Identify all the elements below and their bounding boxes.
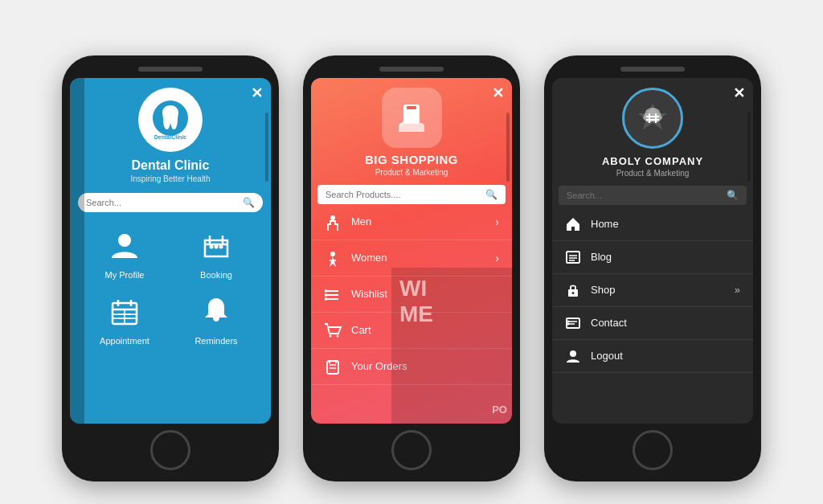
svg-point-28 (337, 334, 339, 337)
shopping-search-input[interactable] (326, 190, 485, 199)
menu-item-logout[interactable]: Logout (552, 340, 753, 373)
menu-item-blog[interactable]: Blog (552, 241, 753, 274)
phone-home-button-3[interactable] (633, 430, 673, 470)
scrollbar[interactable] (265, 113, 268, 182)
home-icon (565, 216, 581, 232)
scrollbar-3[interactable] (747, 113, 751, 182)
svg-point-19 (330, 215, 335, 220)
phone-home-button-2[interactable] (391, 430, 432, 470)
search-icon-3: 🔍 (727, 190, 739, 201)
phone3-screen: ✕ ABOLY COMPANY Product & Marketing 🔍 (552, 78, 753, 424)
shopping-bag-hand-icon (392, 98, 431, 137)
home-label: Home (591, 218, 619, 230)
phone-dental: ✕ DentalClinic Dental Clinic Inspiring B… (62, 55, 279, 481)
reminders-label: Reminders (194, 336, 237, 346)
dental-app-subtitle: Inspiring Better Health (131, 174, 211, 183)
svg-rect-30 (567, 252, 579, 263)
svg-point-35 (572, 292, 575, 294)
aboly-app-store-icon (635, 100, 670, 136)
search-icon-2: 🔍 (485, 189, 497, 200)
men-label: Men (351, 215, 371, 227)
svg-rect-26 (325, 297, 327, 300)
svg-point-40 (567, 322, 570, 325)
cart-icon (324, 322, 342, 339)
svg-point-39 (567, 320, 570, 322)
background-image-overlay: WIME PO (391, 268, 512, 424)
logout-person-icon (565, 348, 581, 364)
close-button-2[interactable]: ✕ (492, 84, 504, 102)
shop-lock-icon (565, 282, 581, 298)
svg-point-20 (330, 252, 335, 256)
shop-label: Shop (591, 284, 615, 296)
dental-tooth-icon (151, 99, 190, 137)
phone-home-button[interactable] (150, 430, 190, 470)
dental-menu-grid: My Profile (78, 225, 263, 346)
phone-top-bar-2 (379, 67, 444, 72)
menu-item-booking[interactable]: Booking (176, 225, 256, 280)
appointment-label: Appointment (100, 336, 149, 346)
menu-item-shop[interactable]: Shop » (552, 274, 753, 307)
men-icon (324, 213, 342, 231)
menu-item-men[interactable]: Men › (311, 204, 512, 240)
aboly-menu-list: Home Blog (552, 208, 753, 424)
bg-text-wi: WIME (399, 276, 433, 327)
phone-top-bar-3 (620, 67, 685, 72)
screenshot-container: ✕ DentalClinic Dental Clinic Inspiring B… (16, 16, 807, 504)
wishlist-icon (324, 285, 342, 303)
search-icon: 🔍 (243, 197, 255, 208)
menu-item-home[interactable]: Home (552, 208, 753, 241)
aboly-search-input[interactable] (567, 191, 727, 200)
blog-icon (565, 249, 581, 265)
svg-point-27 (330, 334, 332, 337)
shopping-logo (382, 88, 442, 148)
women-icon (324, 249, 342, 267)
my-profile-label: My Profile (105, 270, 145, 280)
phone-shopping: ✕ BIG SHOPPING Product & Marketing 🔍 (303, 55, 520, 481)
blog-label: Blog (591, 251, 612, 263)
aboly-search-bar[interactable]: 🔍 (559, 186, 747, 205)
shopping-search-bar[interactable]: 🔍 (317, 185, 506, 204)
dental-app-title: Dental Clinic (132, 158, 210, 173)
chevron-right-icon-2: › (495, 252, 499, 264)
chevron-right-icon: › (495, 215, 499, 228)
shopping-app-subtitle: Product & Marketing (375, 168, 448, 177)
svg-point-41 (570, 350, 576, 357)
women-label: Women (351, 252, 387, 264)
menu-item-reminders[interactable]: Reminders (176, 291, 256, 346)
svg-point-1 (118, 234, 131, 247)
contact-label: Contact (591, 317, 627, 329)
menu-item-my-profile[interactable]: My Profile (84, 225, 165, 280)
close-button[interactable]: ✕ (251, 84, 263, 102)
dental-search-input[interactable] (86, 198, 243, 207)
contact-icon (565, 315, 581, 331)
aboly-app-title: ABOLY COMPANY (602, 155, 703, 167)
aboly-logo (622, 88, 683, 149)
bell-icon (196, 291, 236, 331)
double-chevron-right-icon: » (735, 284, 740, 296)
svg-rect-24 (325, 289, 327, 292)
logout-label: Logout (591, 350, 623, 362)
menu-item-contact[interactable]: Contact (552, 307, 753, 340)
phone-top-bar (138, 67, 203, 72)
aboly-app-subtitle: Product & Marketing (616, 169, 690, 178)
wishlist-label: Wishlist (351, 288, 387, 300)
bg-text-pos: PO (492, 404, 507, 416)
person-icon (104, 225, 145, 265)
cart-label: Cart (351, 324, 371, 336)
booking-label: Booking (200, 270, 232, 280)
dental-logo: DentalClinic (138, 88, 203, 152)
close-button-3[interactable]: ✕ (733, 84, 745, 102)
phone1-screen: ✕ DentalClinic Dental Clinic Inspiring B… (70, 78, 271, 424)
scrollbar-2[interactable] (506, 113, 510, 182)
phone2-screen: ✕ BIG SHOPPING Product & Marketing 🔍 (311, 78, 512, 424)
side-panel (70, 78, 84, 424)
phone-aboly: ✕ ABOLY COMPANY Product & Marketing 🔍 (544, 55, 761, 481)
shopping-app-title: BIG SHOPPING (365, 153, 458, 166)
dental-search-bar[interactable]: 🔍 (78, 193, 263, 212)
booking-icon (196, 225, 236, 265)
menu-item-appointment[interactable]: Appointment (84, 291, 165, 346)
svg-rect-18 (407, 106, 416, 109)
svg-rect-25 (325, 293, 327, 296)
appointment-icon (104, 291, 145, 331)
dental-logo-text: DentalClinic (154, 134, 186, 140)
